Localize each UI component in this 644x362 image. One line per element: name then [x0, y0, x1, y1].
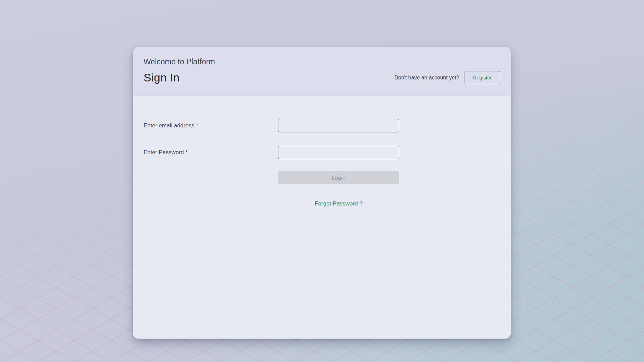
password-label: Enter Password * [144, 146, 271, 159]
email-label: Enter email address * [144, 119, 271, 132]
forgot-password-row: Forgot Password ? [278, 200, 399, 207]
email-field[interactable] [278, 119, 399, 132]
welcome-text: Welcome to Platform [144, 57, 500, 66]
register-section: Don't have an account yet? Register [394, 71, 500, 84]
password-field[interactable] [278, 146, 399, 159]
forgot-password-link[interactable]: Forgot Password ? [315, 200, 363, 207]
page-title: Sign In [144, 71, 179, 84]
signin-card: Welcome to Platform Sign In Don't have a… [133, 47, 511, 339]
register-button[interactable]: Register [465, 71, 500, 84]
header-row: Sign In Don't have an account yet? Regis… [144, 71, 500, 84]
signin-card-header: Welcome to Platform Sign In Don't have a… [133, 47, 511, 96]
register-prompt: Don't have an account yet? [394, 75, 459, 81]
signin-form: Enter email address * Enter Password * L… [133, 96, 511, 339]
login-button[interactable]: Login [278, 171, 399, 184]
